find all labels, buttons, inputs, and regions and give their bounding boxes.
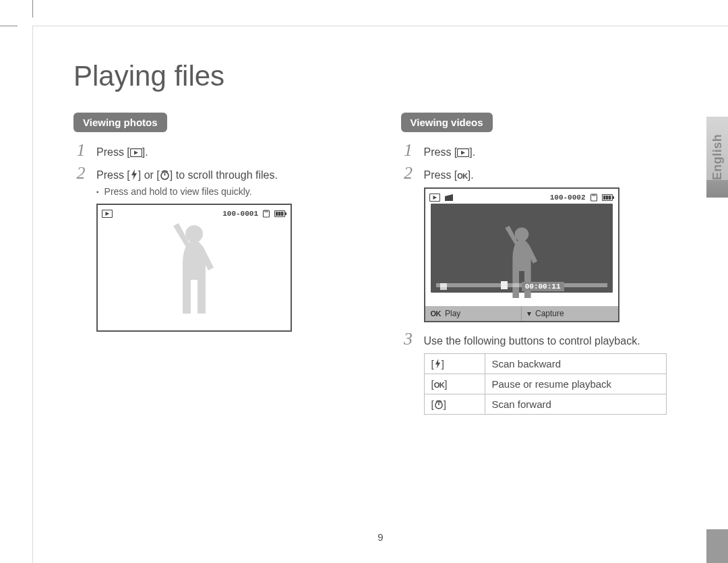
crop-mark-horizontal bbox=[0, 26, 18, 26]
playback-icon bbox=[457, 148, 469, 157]
videos-step-2: 2 Press [OK]. bbox=[401, 163, 702, 183]
playback-controls-table: [] Scan backward [OK] Pause or resume pl… bbox=[424, 353, 667, 415]
photos-step-1: 1 Press []. bbox=[73, 140, 374, 160]
playback-icon bbox=[130, 148, 142, 157]
svg-rect-24 bbox=[595, 194, 595, 196]
playback-mode-icon bbox=[429, 194, 440, 202]
svg-rect-10 bbox=[268, 210, 268, 212]
photos-step-2: 2 Press [] or [] to scroll through files… bbox=[73, 163, 374, 183]
section-heading-photos: Viewing photos bbox=[73, 113, 167, 132]
control-desc-cell: Scan backward bbox=[485, 354, 666, 374]
step-number: 2 bbox=[73, 163, 88, 183]
photo-preview-screen: 100-0001 bbox=[96, 204, 292, 332]
video-preview-screen: 100-0002 00:00:11 OKPlay ▾Capture bbox=[424, 187, 619, 322]
svg-marker-6 bbox=[106, 212, 110, 216]
section-heading-videos: Viewing videos bbox=[401, 113, 493, 132]
ok-icon: OK bbox=[434, 381, 445, 389]
step-body: Press [] or [] to scroll through files. bbox=[96, 168, 278, 183]
crop-mark-vertical bbox=[32, 0, 33, 18]
table-row: [] Scan backward bbox=[424, 354, 666, 374]
file-number-label: 100-0001 bbox=[222, 210, 258, 218]
videos-step-1: 1 Press []. bbox=[401, 140, 702, 160]
control-desc-cell: Pause or resume playback bbox=[485, 374, 666, 394]
svg-rect-15 bbox=[281, 212, 284, 216]
card-icon bbox=[262, 210, 270, 218]
video-footer-bar: OKPlay ▾Capture bbox=[425, 306, 618, 321]
person-silhouette bbox=[495, 223, 549, 303]
control-key-cell: [OK] bbox=[424, 374, 485, 394]
step-body: Press []. bbox=[424, 145, 476, 160]
footer-play-label: Play bbox=[445, 309, 460, 318]
battery-icon bbox=[602, 194, 614, 201]
ok-icon: OK bbox=[457, 172, 468, 180]
svg-rect-12 bbox=[285, 212, 286, 215]
language-tab: English bbox=[706, 117, 728, 198]
battery-icon bbox=[274, 210, 286, 217]
file-number-label: 100-0002 bbox=[550, 194, 586, 202]
svg-point-30 bbox=[514, 227, 528, 241]
progress-marker bbox=[501, 281, 508, 289]
table-row: [OK] Pause or resume playback bbox=[424, 374, 666, 394]
page-title: Playing files bbox=[73, 60, 701, 92]
down-triangle-icon: ▾ bbox=[527, 309, 531, 318]
card-icon bbox=[590, 194, 598, 202]
elapsed-time: 00:00:11 bbox=[522, 282, 564, 291]
flash-icon bbox=[130, 169, 138, 180]
step-number: 1 bbox=[73, 140, 88, 160]
step-number: 3 bbox=[401, 329, 416, 349]
svg-rect-13 bbox=[276, 212, 278, 216]
person-silhouette bbox=[164, 219, 224, 320]
ok-icon: OK bbox=[431, 309, 442, 318]
svg-rect-14 bbox=[278, 212, 281, 216]
svg-rect-8 bbox=[265, 210, 266, 212]
svg-marker-18 bbox=[461, 151, 465, 155]
step-number: 1 bbox=[401, 140, 416, 160]
svg-marker-20 bbox=[433, 196, 437, 200]
language-tab-label: English bbox=[710, 134, 725, 181]
column-videos: Viewing videos 1 Press []. 2 Press [OK]. bbox=[401, 113, 702, 415]
svg-point-16 bbox=[185, 225, 203, 243]
manual-page: English Playing files Viewing photos 1 P… bbox=[32, 26, 728, 563]
page-number: 9 bbox=[377, 531, 383, 543]
step-body: Press []. bbox=[96, 145, 148, 160]
svg-marker-1 bbox=[134, 151, 138, 155]
svg-rect-26 bbox=[613, 196, 614, 199]
movie-icon bbox=[444, 194, 454, 202]
column-photos: Viewing photos 1 Press []. 2 Press [] or… bbox=[73, 113, 374, 415]
svg-rect-29 bbox=[609, 196, 611, 200]
table-row: [] Scan forward bbox=[424, 394, 666, 415]
svg-marker-31 bbox=[435, 359, 440, 369]
thumb-tab-bottom bbox=[706, 529, 728, 563]
playback-mode-icon bbox=[102, 210, 113, 218]
timer-icon bbox=[434, 400, 444, 409]
svg-rect-9 bbox=[266, 210, 267, 212]
svg-marker-2 bbox=[131, 169, 137, 180]
timer-icon bbox=[160, 170, 170, 180]
videos-step-3: 3 Use the following buttons to control p… bbox=[401, 329, 702, 349]
step-number: 2 bbox=[401, 163, 416, 183]
footer-capture-label: Capture bbox=[535, 309, 564, 318]
step-body: Press [OK]. bbox=[424, 168, 474, 183]
step-body: Use the following buttons to control pla… bbox=[424, 334, 640, 349]
svg-rect-22 bbox=[592, 194, 593, 196]
control-desc-cell: Scan forward bbox=[485, 394, 666, 415]
svg-rect-23 bbox=[593, 194, 594, 196]
flash-icon bbox=[434, 359, 442, 369]
svg-rect-27 bbox=[603, 196, 606, 200]
svg-rect-28 bbox=[606, 196, 609, 200]
photos-bullet: Press and hold to view files quickly. bbox=[96, 186, 374, 197]
control-key-cell: [] bbox=[424, 394, 485, 415]
control-key-cell: [] bbox=[424, 354, 485, 374]
